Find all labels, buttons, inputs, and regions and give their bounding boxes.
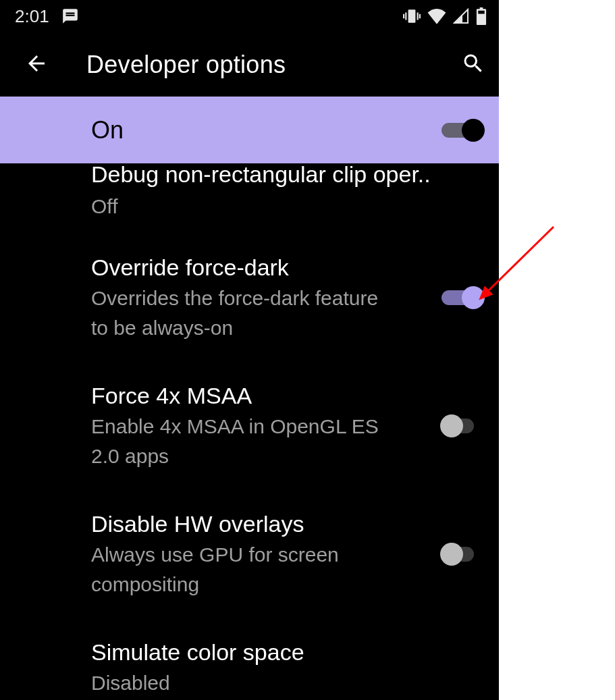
vibrate-icon [403, 7, 421, 25]
setting-override-force-dark[interactable]: Override force-dark Overrides the force-… [0, 234, 499, 362]
clock: 2:01 [15, 6, 49, 27]
battery-icon [476, 7, 487, 25]
setting-title: Override force-dark [91, 252, 421, 282]
setting-subtitle: Always use GPU for screen compositing [91, 540, 388, 599]
setting-subtitle: Off [91, 192, 388, 221]
status-bar-left: 2:01 [15, 6, 79, 27]
toggle-override-force-dark[interactable] [442, 286, 482, 309]
setting-debug-clip[interactable]: Debug non-rectangular clip oper.. Off [0, 163, 499, 234]
setting-subtitle: Overrides the force-dark feature to be a… [91, 284, 388, 343]
settings-list: Debug non-rectangular clip oper.. Off Ov… [0, 163, 499, 700]
setting-simulate-color-space[interactable]: Simulate color space Disabled [0, 618, 499, 700]
device-frame: 2:01 Developer options [0, 0, 499, 700]
setting-title: Debug non-rectangular clip oper.. [91, 159, 431, 189]
setting-subtitle: Enable 4x MSAA in OpenGL ES 2.0 apps [91, 412, 388, 471]
signal-icon [453, 8, 469, 24]
page-title: Developer options [86, 51, 423, 79]
status-bar-right [403, 7, 487, 25]
setting-title: Simulate color space [91, 637, 421, 667]
setting-title: Force 4x MSAA [91, 381, 421, 410]
master-toggle-label: On [91, 116, 124, 144]
app-bar: Developer options [0, 32, 499, 97]
setting-force-4x-msaa[interactable]: Force 4x MSAA Enable 4x MSAA in OpenGL E… [0, 362, 499, 490]
search-button[interactable] [461, 51, 485, 78]
message-icon [61, 7, 79, 25]
master-toggle-switch[interactable] [442, 119, 482, 142]
master-toggle-row[interactable]: On [0, 97, 499, 163]
toggle-force-4x-msaa[interactable] [442, 414, 482, 437]
back-button[interactable] [24, 51, 49, 78]
setting-title: Disable HW overlays [91, 509, 421, 539]
status-bar: 2:01 [0, 0, 499, 32]
setting-subtitle: Disabled [91, 668, 388, 698]
wifi-icon [427, 8, 446, 24]
toggle-disable-hw-overlays[interactable] [442, 543, 482, 566]
setting-disable-hw-overlays[interactable]: Disable HW overlays Always use GPU for s… [0, 490, 499, 618]
